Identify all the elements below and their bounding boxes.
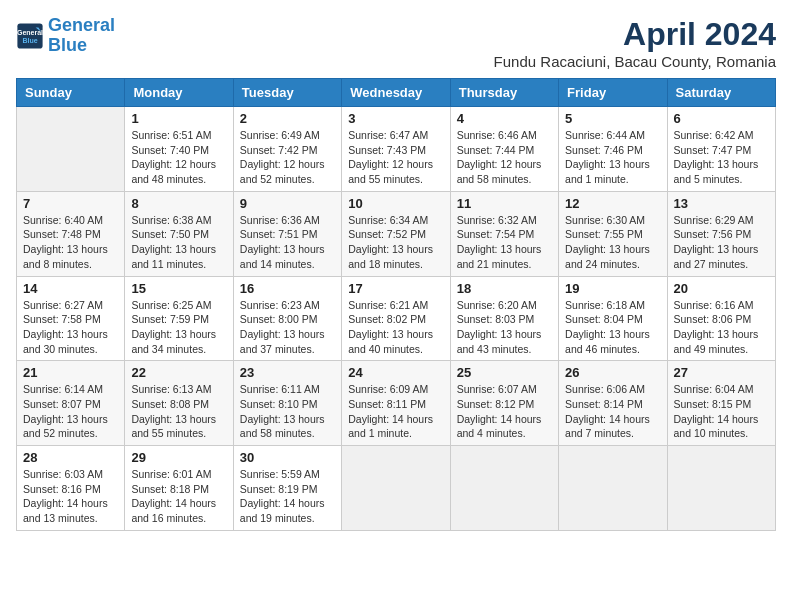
day-info: Sunrise: 6:30 AM Sunset: 7:55 PM Dayligh… [565,213,660,272]
day-number: 9 [240,196,335,211]
calendar-cell: 15Sunrise: 6:25 AM Sunset: 7:59 PM Dayli… [125,276,233,361]
calendar-body: 1Sunrise: 6:51 AM Sunset: 7:40 PM Daylig… [17,107,776,531]
calendar-cell: 14Sunrise: 6:27 AM Sunset: 7:58 PM Dayli… [17,276,125,361]
calendar-cell: 23Sunrise: 6:11 AM Sunset: 8:10 PM Dayli… [233,361,341,446]
day-number: 19 [565,281,660,296]
day-info: Sunrise: 6:47 AM Sunset: 7:43 PM Dayligh… [348,128,443,187]
page-header: General Blue GeneralBlue April 2024 Fund… [16,16,776,70]
day-info: Sunrise: 6:13 AM Sunset: 8:08 PM Dayligh… [131,382,226,441]
logo-icon: General Blue [16,22,44,50]
calendar-cell: 28Sunrise: 6:03 AM Sunset: 8:16 PM Dayli… [17,446,125,531]
location: Fundu Racaciuni, Bacau County, Romania [494,53,776,70]
calendar-cell: 27Sunrise: 6:04 AM Sunset: 8:15 PM Dayli… [667,361,775,446]
calendar-week-row: 14Sunrise: 6:27 AM Sunset: 7:58 PM Dayli… [17,276,776,361]
day-number: 12 [565,196,660,211]
day-number: 3 [348,111,443,126]
day-info: Sunrise: 6:29 AM Sunset: 7:56 PM Dayligh… [674,213,769,272]
header-row: SundayMondayTuesdayWednesdayThursdayFrid… [17,79,776,107]
calendar-cell: 12Sunrise: 6:30 AM Sunset: 7:55 PM Dayli… [559,191,667,276]
day-number: 24 [348,365,443,380]
day-info: Sunrise: 5:59 AM Sunset: 8:19 PM Dayligh… [240,467,335,526]
day-info: Sunrise: 6:09 AM Sunset: 8:11 PM Dayligh… [348,382,443,441]
calendar-cell: 25Sunrise: 6:07 AM Sunset: 8:12 PM Dayli… [450,361,558,446]
day-info: Sunrise: 6:21 AM Sunset: 8:02 PM Dayligh… [348,298,443,357]
calendar-cell: 26Sunrise: 6:06 AM Sunset: 8:14 PM Dayli… [559,361,667,446]
day-number: 28 [23,450,118,465]
day-number: 13 [674,196,769,211]
calendar-cell: 8Sunrise: 6:38 AM Sunset: 7:50 PM Daylig… [125,191,233,276]
day-number: 6 [674,111,769,126]
day-number: 1 [131,111,226,126]
svg-rect-0 [17,23,42,48]
svg-text:Blue: Blue [22,37,37,44]
day-info: Sunrise: 6:49 AM Sunset: 7:42 PM Dayligh… [240,128,335,187]
day-info: Sunrise: 6:16 AM Sunset: 8:06 PM Dayligh… [674,298,769,357]
day-number: 21 [23,365,118,380]
day-number: 2 [240,111,335,126]
calendar-cell: 29Sunrise: 6:01 AM Sunset: 8:18 PM Dayli… [125,446,233,531]
calendar-cell: 17Sunrise: 6:21 AM Sunset: 8:02 PM Dayli… [342,276,450,361]
day-info: Sunrise: 6:14 AM Sunset: 8:07 PM Dayligh… [23,382,118,441]
calendar-table: SundayMondayTuesdayWednesdayThursdayFrid… [16,78,776,531]
day-info: Sunrise: 6:18 AM Sunset: 8:04 PM Dayligh… [565,298,660,357]
title-block: April 2024 Fundu Racaciuni, Bacau County… [494,16,776,70]
day-info: Sunrise: 6:51 AM Sunset: 7:40 PM Dayligh… [131,128,226,187]
weekday-header: Tuesday [233,79,341,107]
day-info: Sunrise: 6:01 AM Sunset: 8:18 PM Dayligh… [131,467,226,526]
day-info: Sunrise: 6:11 AM Sunset: 8:10 PM Dayligh… [240,382,335,441]
calendar-cell: 21Sunrise: 6:14 AM Sunset: 8:07 PM Dayli… [17,361,125,446]
day-info: Sunrise: 6:23 AM Sunset: 8:00 PM Dayligh… [240,298,335,357]
weekday-header: Friday [559,79,667,107]
calendar-cell [17,107,125,192]
calendar-cell: 1Sunrise: 6:51 AM Sunset: 7:40 PM Daylig… [125,107,233,192]
weekday-header: Saturday [667,79,775,107]
calendar-week-row: 7Sunrise: 6:40 AM Sunset: 7:48 PM Daylig… [17,191,776,276]
calendar-cell: 19Sunrise: 6:18 AM Sunset: 8:04 PM Dayli… [559,276,667,361]
day-number: 15 [131,281,226,296]
day-number: 16 [240,281,335,296]
calendar-cell: 3Sunrise: 6:47 AM Sunset: 7:43 PM Daylig… [342,107,450,192]
day-info: Sunrise: 6:04 AM Sunset: 8:15 PM Dayligh… [674,382,769,441]
day-number: 7 [23,196,118,211]
calendar-cell: 4Sunrise: 6:46 AM Sunset: 7:44 PM Daylig… [450,107,558,192]
calendar-cell: 5Sunrise: 6:44 AM Sunset: 7:46 PM Daylig… [559,107,667,192]
day-info: Sunrise: 6:36 AM Sunset: 7:51 PM Dayligh… [240,213,335,272]
day-number: 10 [348,196,443,211]
day-number: 26 [565,365,660,380]
day-info: Sunrise: 6:34 AM Sunset: 7:52 PM Dayligh… [348,213,443,272]
calendar-cell: 2Sunrise: 6:49 AM Sunset: 7:42 PM Daylig… [233,107,341,192]
weekday-header: Wednesday [342,79,450,107]
day-info: Sunrise: 6:03 AM Sunset: 8:16 PM Dayligh… [23,467,118,526]
calendar-week-row: 28Sunrise: 6:03 AM Sunset: 8:16 PM Dayli… [17,446,776,531]
day-number: 22 [131,365,226,380]
day-info: Sunrise: 6:46 AM Sunset: 7:44 PM Dayligh… [457,128,552,187]
day-number: 18 [457,281,552,296]
calendar-cell: 13Sunrise: 6:29 AM Sunset: 7:56 PM Dayli… [667,191,775,276]
weekday-header: Thursday [450,79,558,107]
calendar-cell: 20Sunrise: 6:16 AM Sunset: 8:06 PM Dayli… [667,276,775,361]
day-number: 29 [131,450,226,465]
calendar-cell: 6Sunrise: 6:42 AM Sunset: 7:47 PM Daylig… [667,107,775,192]
calendar-cell: 22Sunrise: 6:13 AM Sunset: 8:08 PM Dayli… [125,361,233,446]
calendar-cell [450,446,558,531]
calendar-cell [342,446,450,531]
day-info: Sunrise: 6:27 AM Sunset: 7:58 PM Dayligh… [23,298,118,357]
day-info: Sunrise: 6:06 AM Sunset: 8:14 PM Dayligh… [565,382,660,441]
month-title: April 2024 [494,16,776,53]
weekday-header: Monday [125,79,233,107]
calendar-cell: 18Sunrise: 6:20 AM Sunset: 8:03 PM Dayli… [450,276,558,361]
day-info: Sunrise: 6:42 AM Sunset: 7:47 PM Dayligh… [674,128,769,187]
logo: General Blue GeneralBlue [16,16,115,56]
day-number: 30 [240,450,335,465]
weekday-header: Sunday [17,79,125,107]
day-number: 23 [240,365,335,380]
calendar-header: SundayMondayTuesdayWednesdayThursdayFrid… [17,79,776,107]
day-info: Sunrise: 6:38 AM Sunset: 7:50 PM Dayligh… [131,213,226,272]
day-number: 27 [674,365,769,380]
day-info: Sunrise: 6:32 AM Sunset: 7:54 PM Dayligh… [457,213,552,272]
calendar-cell: 16Sunrise: 6:23 AM Sunset: 8:00 PM Dayli… [233,276,341,361]
calendar-cell: 9Sunrise: 6:36 AM Sunset: 7:51 PM Daylig… [233,191,341,276]
calendar-cell: 10Sunrise: 6:34 AM Sunset: 7:52 PM Dayli… [342,191,450,276]
calendar-cell: 11Sunrise: 6:32 AM Sunset: 7:54 PM Dayli… [450,191,558,276]
calendar-week-row: 1Sunrise: 6:51 AM Sunset: 7:40 PM Daylig… [17,107,776,192]
